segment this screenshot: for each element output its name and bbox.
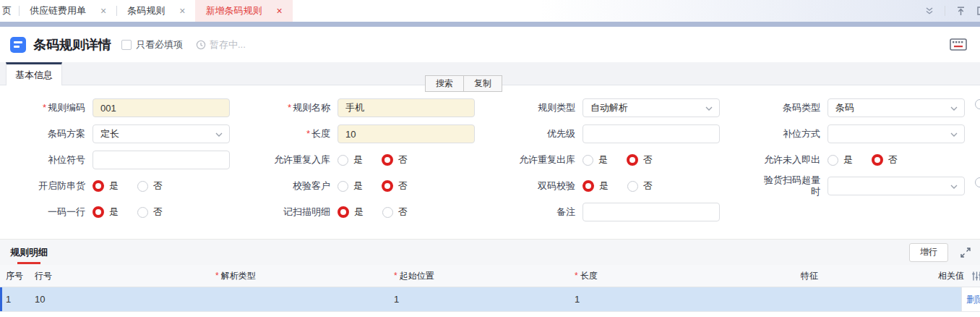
tab-label: 新增条码规则 bbox=[205, 4, 262, 17]
tool-divider bbox=[945, 6, 945, 16]
double-chevron-down-icon[interactable] bbox=[923, 4, 936, 17]
chevron-down-icon bbox=[705, 104, 713, 113]
cell-line-no[interactable]: 10 bbox=[29, 294, 210, 305]
col-line-no[interactable]: 行号 bbox=[29, 270, 210, 282]
tab-bar-tools bbox=[923, 0, 980, 22]
keyboard-shortcut-icon[interactable] bbox=[950, 38, 970, 51]
radio-yes-label: 是 bbox=[599, 179, 609, 193]
radio-no[interactable] bbox=[137, 181, 148, 192]
delete-row-link[interactable]: 删除 bbox=[961, 287, 980, 311]
radio-yes[interactable] bbox=[93, 206, 104, 218]
radio-yes[interactable] bbox=[583, 155, 593, 166]
radio-yes[interactable] bbox=[338, 155, 348, 166]
chevron-down-icon bbox=[215, 130, 223, 139]
form-row: 规则编码 规则名称 规则类型 自动解析 条码类型 条码 bbox=[0, 95, 980, 121]
field-length: 长度 bbox=[245, 124, 490, 143]
field-double-code-verify: 双码校验 是 否 bbox=[490, 179, 735, 193]
fullscreen-expand-icon[interactable] bbox=[960, 247, 971, 258]
header-accent-strip bbox=[0, 22, 980, 27]
radio-no[interactable] bbox=[627, 181, 638, 192]
app-window: 页 供应链费用单 × 条码规则 × 新增条码规则 × bbox=[0, 0, 980, 317]
col-feature[interactable]: 特征 bbox=[795, 270, 932, 282]
close-icon[interactable]: × bbox=[179, 6, 185, 16]
radio-no[interactable] bbox=[872, 154, 883, 166]
draft-status: 暂存中... bbox=[196, 38, 246, 51]
rule-type-select[interactable]: 自动解析 bbox=[583, 98, 720, 117]
field-barcode-scheme: 条码方案 定长 bbox=[0, 124, 245, 143]
field-padding-mode: 补位方式 bbox=[735, 124, 980, 143]
radio-no[interactable] bbox=[382, 180, 393, 192]
radio-group: 是 否 bbox=[828, 153, 916, 166]
radio-no[interactable] bbox=[627, 154, 638, 166]
cell-seq: 1 bbox=[0, 294, 29, 305]
col-seq[interactable]: 序号 bbox=[0, 270, 29, 282]
tab-label: 供应链费用单 bbox=[30, 4, 86, 17]
barcode-type-select[interactable]: 条码 bbox=[828, 98, 965, 117]
form-row: 开启防串货 是 否 校验客户 是 否 双码校验 bbox=[0, 173, 980, 199]
col-related-value[interactable]: 相关值 bbox=[932, 270, 980, 282]
tab-supply-chain-bill[interactable]: 供应链费用单 × bbox=[20, 0, 116, 22]
col-length[interactable]: 长度 bbox=[569, 270, 795, 282]
field-label: 双码校验 bbox=[490, 180, 575, 192]
radio-no[interactable] bbox=[137, 207, 148, 218]
field-label: 规则类型 bbox=[490, 102, 575, 114]
tab-home-partial[interactable]: 页 bbox=[0, 0, 19, 22]
priority-input[interactable] bbox=[583, 124, 720, 143]
only-required-label: 只看必填项 bbox=[136, 38, 183, 51]
padding-mode-select[interactable] bbox=[828, 124, 965, 143]
field-label: 校验客户 bbox=[245, 180, 330, 192]
rule-name-input[interactable] bbox=[338, 98, 475, 117]
tab-basic-info[interactable]: 基本信息 bbox=[6, 62, 62, 85]
barcode-scheme-select[interactable]: 定长 bbox=[93, 124, 230, 143]
info-circle-icon[interactable] bbox=[975, 177, 980, 187]
only-required-checkbox[interactable] bbox=[121, 40, 132, 50]
padding-symbol-input[interactable] bbox=[93, 151, 230, 169]
field-remark: 备注 bbox=[490, 203, 735, 221]
field-label: 开启防串货 bbox=[0, 180, 85, 192]
radio-yes[interactable] bbox=[338, 181, 348, 192]
add-row-button[interactable]: 增行 bbox=[909, 243, 948, 262]
table-row[interactable]: 1 10 1 1 删除 bbox=[0, 287, 980, 311]
clock-icon bbox=[196, 40, 206, 50]
radio-yes[interactable] bbox=[583, 180, 594, 192]
search-button[interactable]: 搜索 bbox=[425, 75, 464, 92]
close-icon[interactable]: × bbox=[100, 6, 106, 16]
remark-input[interactable] bbox=[583, 203, 720, 221]
close-icon[interactable]: × bbox=[276, 6, 282, 16]
radio-no-label: 否 bbox=[398, 179, 408, 193]
tab-rule-detail[interactable]: 规则明细 bbox=[10, 240, 48, 265]
cell-length[interactable]: 1 bbox=[569, 294, 795, 305]
radio-no-label: 否 bbox=[398, 206, 408, 219]
tab-barcode-rules[interactable]: 条码规则 × bbox=[117, 0, 195, 22]
tab-label: 条码规则 bbox=[127, 4, 165, 17]
table-empty-area bbox=[0, 311, 980, 317]
tab-new-barcode-rule[interactable]: 新增条码规则 × bbox=[195, 0, 292, 22]
radio-group: 是 否 bbox=[338, 206, 426, 219]
length-input[interactable] bbox=[338, 124, 475, 143]
cell-start-pos[interactable]: 1 bbox=[388, 294, 569, 305]
radio-yes[interactable] bbox=[93, 180, 104, 192]
radio-yes[interactable] bbox=[828, 155, 838, 166]
col-parse-type[interactable]: 解析类型 bbox=[210, 270, 388, 282]
field-allow-repeat-inbound: 允许重复入库 是 否 bbox=[245, 153, 490, 166]
rule-detail-bar: 规则明细 增行 bbox=[0, 239, 980, 265]
scan-over-quantity-select[interactable] bbox=[828, 177, 965, 195]
col-start-pos[interactable]: 起始位置 bbox=[388, 270, 569, 282]
field-label: 允许重复出库 bbox=[490, 154, 575, 166]
upload-to-top-icon[interactable] bbox=[954, 4, 967, 17]
copy-button[interactable]: 复制 bbox=[463, 75, 502, 92]
radio-yes[interactable] bbox=[338, 206, 349, 218]
radio-no[interactable] bbox=[382, 154, 393, 166]
info-circle-icon[interactable] bbox=[975, 99, 980, 109]
page-header: 条码规则详情 只看必填项 暂存中... bbox=[0, 27, 980, 62]
rule-code-input[interactable] bbox=[93, 98, 230, 117]
chevron-down-icon bbox=[950, 182, 958, 191]
column-settings-icon[interactable] bbox=[971, 271, 980, 282]
field-record-scan-detail: 记扫描明细 是 否 bbox=[245, 206, 490, 219]
field-label: 允许未入即出 bbox=[735, 154, 820, 166]
field-allow-repeat-outbound: 允许重复出库 是 否 bbox=[490, 153, 735, 166]
radio-no[interactable] bbox=[382, 207, 393, 218]
form-row: 条码方案 定长 长度 优先级 补位方式 bbox=[0, 121, 980, 147]
radio-no-label: 否 bbox=[153, 206, 163, 219]
clipped-tool-icon[interactable] bbox=[976, 4, 980, 17]
